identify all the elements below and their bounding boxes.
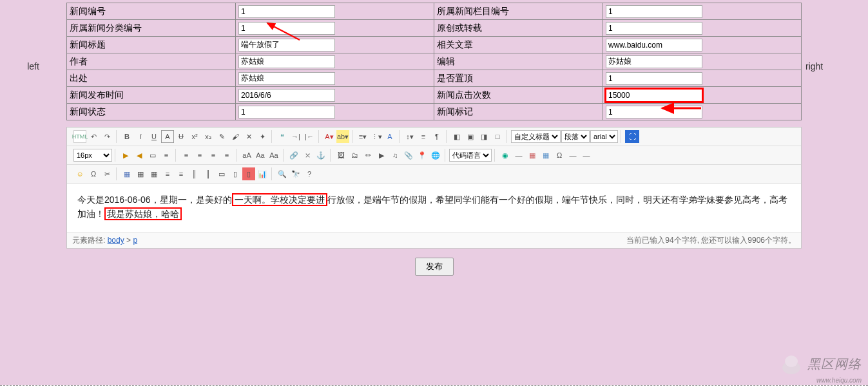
field-cell bbox=[236, 70, 434, 87]
subscript-icon[interactable]: x₂ bbox=[202, 130, 215, 143]
table-insert-icon[interactable]: ▦ bbox=[134, 167, 147, 180]
image-icon[interactable]: 🖼 bbox=[334, 149, 347, 162]
align-center-icon[interactable]: ≡ bbox=[193, 149, 206, 162]
editor-content[interactable]: 今天是2016-06-06，星期一，是美好的一天啊。学校决定要进行放假，是端午节… bbox=[67, 184, 801, 232]
text-input[interactable] bbox=[606, 72, 702, 85]
split-icon[interactable]: ▯ bbox=[229, 167, 242, 180]
cell-bg-icon[interactable]: ▯ bbox=[242, 167, 255, 180]
select-all-icon[interactable]: A bbox=[383, 130, 396, 143]
spechar-icon[interactable]: Ω bbox=[87, 167, 100, 180]
img-align-center-icon[interactable]: ▣ bbox=[464, 130, 477, 143]
print-icon[interactable]: — bbox=[580, 149, 593, 162]
text-input[interactable] bbox=[606, 106, 702, 119]
backcolor-icon[interactable]: ab▾ bbox=[336, 130, 349, 143]
text-input[interactable] bbox=[238, 72, 335, 85]
quote-icon[interactable]: ❝ bbox=[276, 130, 289, 143]
align-justify-icon[interactable]: ≡ bbox=[220, 149, 233, 162]
img-align-left-icon[interactable]: ◧ bbox=[450, 130, 463, 143]
text-input[interactable] bbox=[606, 5, 702, 18]
format-brush-icon[interactable]: 🖌 bbox=[229, 130, 242, 143]
row-ins-icon[interactable]: ≡ bbox=[161, 167, 174, 180]
row-del-icon[interactable]: ≡ bbox=[175, 167, 188, 180]
img-align-right-icon[interactable]: ◨ bbox=[477, 130, 490, 143]
font-border-icon[interactable]: A bbox=[161, 130, 174, 143]
merge-icon[interactable]: ▭ bbox=[215, 167, 228, 180]
text-input[interactable] bbox=[606, 39, 702, 52]
chart-icon[interactable]: 📊 bbox=[256, 167, 269, 180]
multi-image-icon[interactable]: 🗂 bbox=[348, 149, 361, 162]
superscript-icon[interactable]: x² bbox=[188, 130, 201, 143]
attach-icon[interactable]: 📎 bbox=[402, 149, 415, 162]
unordered-list-icon[interactable]: ⋮▾ bbox=[370, 130, 383, 143]
underline-icon[interactable]: U bbox=[148, 130, 160, 143]
time-icon[interactable]: ▦ bbox=[539, 149, 552, 162]
eraser-icon[interactable]: ✎ bbox=[215, 130, 228, 143]
table-icon[interactable]: ▦ bbox=[121, 167, 133, 180]
align-icon[interactable]: ≡ bbox=[417, 130, 430, 143]
col-ins-icon[interactable]: ║ bbox=[188, 167, 201, 180]
line-height-icon[interactable]: ↕▾ bbox=[403, 130, 416, 143]
path-body-link[interactable]: body bbox=[108, 236, 124, 245]
text-input[interactable] bbox=[238, 55, 335, 68]
video-icon[interactable]: ▶ bbox=[375, 149, 388, 162]
path-p-link[interactable]: p bbox=[133, 236, 137, 245]
gmap-icon[interactable]: 🌐 bbox=[429, 149, 442, 162]
publish-button[interactable]: 发布 bbox=[415, 258, 454, 276]
map-icon[interactable]: 📍 bbox=[416, 149, 429, 162]
text-input[interactable] bbox=[238, 39, 335, 52]
anchor-icon[interactable]: ▶ bbox=[119, 149, 132, 162]
html-source-button[interactable]: HTML bbox=[73, 130, 86, 143]
italic-icon[interactable]: I bbox=[134, 130, 147, 143]
strike-icon[interactable]: U bbox=[175, 130, 188, 143]
help-icon[interactable]: ? bbox=[303, 167, 316, 180]
text-input[interactable] bbox=[238, 5, 335, 18]
forecolor-icon[interactable]: A▾ bbox=[323, 130, 336, 143]
text-input[interactable] bbox=[238, 22, 335, 35]
music-icon[interactable]: ♫ bbox=[389, 149, 401, 162]
template-icon[interactable]: — bbox=[566, 149, 579, 162]
snapscreen-icon[interactable]: ✂ bbox=[101, 167, 113, 180]
bookmark-icon[interactable]: ◀ bbox=[133, 149, 146, 162]
row-icon[interactable]: ≡ bbox=[160, 149, 173, 162]
clear-format-icon[interactable]: ✕ bbox=[242, 130, 255, 143]
special-icon[interactable]: Ω bbox=[553, 149, 566, 162]
custom-title-select[interactable]: 自定义标题 bbox=[511, 130, 561, 143]
col-del-icon[interactable]: ║ bbox=[202, 167, 215, 180]
lower-icon[interactable]: Aa bbox=[254, 149, 267, 162]
font-size-select[interactable]: 16px bbox=[73, 149, 112, 162]
preview-icon[interactable]: ◉ bbox=[499, 149, 512, 162]
scrawl-icon[interactable]: ✏ bbox=[362, 149, 374, 162]
text-input[interactable] bbox=[606, 55, 702, 68]
img-align-none-icon[interactable]: □ bbox=[491, 130, 504, 143]
align-left-icon[interactable]: ≡ bbox=[180, 149, 193, 162]
text-input[interactable] bbox=[606, 22, 702, 35]
outdent-icon[interactable]: |← bbox=[303, 130, 316, 143]
upper-icon[interactable]: aA bbox=[240, 149, 253, 162]
redo-icon[interactable]: ↷ bbox=[101, 130, 113, 143]
autotype-icon[interactable]: ✦ bbox=[256, 130, 269, 143]
hr-icon[interactable]: — bbox=[512, 149, 525, 162]
find-icon[interactable]: 🔍 bbox=[276, 167, 289, 180]
replace-icon[interactable]: 🔭 bbox=[289, 167, 302, 180]
fullscreen-icon[interactable]: ⛶ bbox=[625, 130, 639, 143]
paragraph-select[interactable]: 段落 bbox=[561, 130, 590, 143]
font-family-select[interactable]: arial bbox=[590, 130, 618, 143]
text-input[interactable] bbox=[238, 106, 335, 119]
bold-icon[interactable]: B bbox=[121, 130, 133, 143]
table-del-icon[interactable]: ▦ bbox=[148, 167, 160, 180]
undo-icon[interactable]: ↶ bbox=[87, 130, 100, 143]
date-icon[interactable]: ▦ bbox=[526, 149, 539, 162]
emoji-icon[interactable]: ☺ bbox=[73, 167, 86, 180]
unlink-icon[interactable]: ⤫ bbox=[301, 149, 314, 162]
code-lang-select[interactable]: 代码语言 bbox=[449, 149, 492, 162]
text-input[interactable] bbox=[606, 89, 702, 102]
link-icon[interactable]: 🔗 bbox=[287, 149, 300, 162]
text-input[interactable] bbox=[238, 89, 335, 102]
indent-icon[interactable]: →| bbox=[289, 130, 302, 143]
pagebreak-icon[interactable]: ▭ bbox=[146, 149, 159, 162]
text-dir-icon[interactable]: ¶ bbox=[430, 130, 443, 143]
ordered-list-icon[interactable]: ≡▾ bbox=[356, 130, 369, 143]
anchor2-icon[interactable]: ⚓ bbox=[314, 149, 327, 162]
align-right-icon[interactable]: ≡ bbox=[207, 149, 220, 162]
caps-icon[interactable]: Aa bbox=[267, 149, 280, 162]
